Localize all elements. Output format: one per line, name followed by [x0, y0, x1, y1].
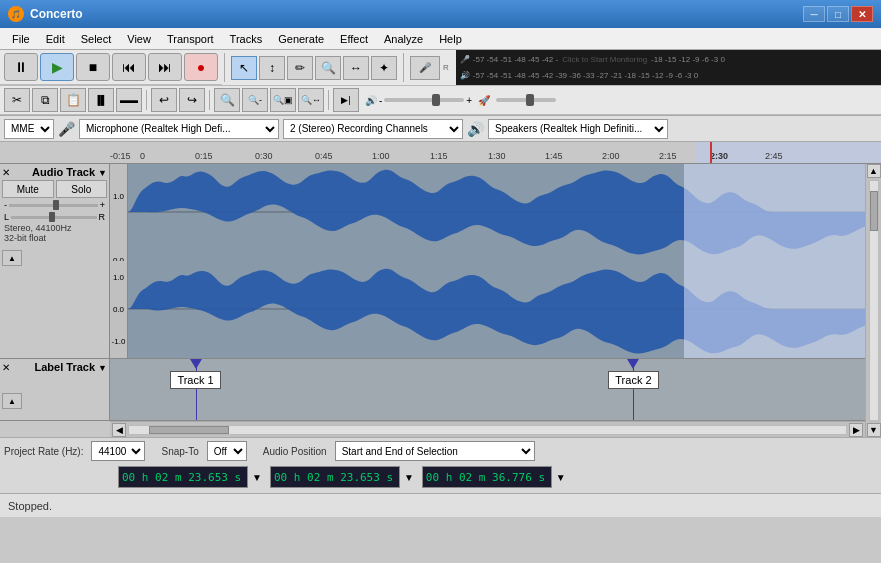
timeshift-tool[interactable]: ↔	[343, 56, 369, 80]
pan-left-label: L	[4, 212, 9, 222]
menu-view[interactable]: View	[119, 31, 159, 47]
waveform-selection	[684, 164, 865, 358]
select-tool[interactable]: ↖	[231, 56, 257, 80]
label-1-text[interactable]: Track 1	[170, 371, 220, 389]
close-button[interactable]: ✕	[851, 6, 873, 22]
ruler-marker: 0:45	[315, 151, 333, 161]
gain-slider[interactable]	[9, 204, 98, 207]
hscroll-thumb[interactable]	[149, 426, 229, 434]
menu-analyze[interactable]: Analyze	[376, 31, 431, 47]
audio-track-waveform[interactable]: 1.0 0.0 -1.0 1.0	[110, 164, 865, 358]
vscroll-thumb[interactable]	[870, 191, 878, 231]
ruler-marker: 2:45	[765, 151, 783, 161]
menu-generate[interactable]: Generate	[270, 31, 332, 47]
snap-to-label: Snap-To	[161, 446, 198, 457]
envelope-tool[interactable]: ↕	[259, 56, 285, 80]
copy-button[interactable]: ⧉	[32, 88, 58, 112]
menu-select[interactable]: Select	[73, 31, 120, 47]
api-select[interactable]: MME	[4, 119, 54, 139]
label-track: ✕ Label Track ▼ ▲ Track 1 Track 2	[0, 359, 865, 421]
ruler-marker: 0	[140, 151, 145, 161]
redo-button[interactable]: ↪	[179, 88, 205, 112]
menu-tracks[interactable]: Tracks	[222, 31, 271, 47]
pan-right-label: R	[99, 212, 106, 222]
prev-button[interactable]: ⏮	[112, 53, 146, 81]
draw-tool[interactable]: ✏	[287, 56, 313, 80]
speed-slider[interactable]	[496, 98, 556, 102]
vscroll-track[interactable]	[869, 180, 879, 421]
label-track-collapse[interactable]: ▲	[2, 393, 22, 409]
zoom-out-button[interactable]: 🔍-	[242, 88, 268, 112]
menu-transport[interactable]: Transport	[159, 31, 222, 47]
microphone-select[interactable]: Microphone (Realtek High Defi...	[79, 119, 279, 139]
bottom-row2: ▼ ▼ ▼	[0, 464, 881, 490]
meter-area: 🎤 -57 -54 -51 -48 -45 -42 - Click to Sta…	[456, 50, 881, 85]
zoom-in-button[interactable]: 🔍	[214, 88, 240, 112]
silence-button[interactable]: ▬▬	[116, 88, 142, 112]
snap-to-select[interactable]: Off	[207, 441, 247, 461]
pause-button[interactable]: ⏸	[4, 53, 38, 81]
track-area: ✕ Audio Track ▼ Mute Solo - +	[0, 164, 865, 437]
app-title: Concerto	[30, 7, 803, 21]
menu-file[interactable]: File	[4, 31, 38, 47]
cut-button[interactable]: ✂	[4, 88, 30, 112]
minimize-button[interactable]: ─	[803, 6, 825, 22]
audio-track-collapse[interactable]: ▲	[2, 250, 22, 266]
label-track-header: ✕ Label Track ▼ ▲	[0, 359, 110, 420]
timeline-ruler[interactable]: -0:15 0 0:15 0:30 0:45 1:00 1:15 1:30 1:…	[0, 142, 881, 164]
time-input-3[interactable]	[422, 466, 552, 488]
ruler-marker: 0:15	[195, 151, 213, 161]
time-input-2[interactable]	[270, 466, 400, 488]
label-1-pin	[190, 359, 202, 369]
menu-help[interactable]: Help	[431, 31, 470, 47]
vscroll-up-button[interactable]: ▲	[867, 164, 881, 178]
maximize-button[interactable]: □	[827, 6, 849, 22]
statusbar: Stopped.	[0, 493, 881, 517]
zoom-sel-button[interactable]: 🔍▣	[270, 88, 296, 112]
ruler-marker: 0:30	[255, 151, 273, 161]
zoom-fit-button[interactable]: 🔍↔	[298, 88, 324, 112]
label-2-text[interactable]: Track 2	[608, 371, 658, 389]
paste-button[interactable]: 📋	[60, 88, 86, 112]
play-cursor-button[interactable]: ▶|	[333, 88, 359, 112]
time-input-3-arrow[interactable]: ▼	[556, 472, 566, 483]
label-1[interactable]: Track 1	[170, 359, 220, 420]
audio-track-name: Audio Track ▼	[32, 166, 107, 178]
zoom-in-tool[interactable]: 🔍	[315, 56, 341, 80]
label-2[interactable]: Track 2	[608, 359, 658, 420]
audio-track-close[interactable]: ✕	[2, 167, 10, 178]
speaker-select[interactable]: Speakers (Realtek High Definiti...	[488, 119, 668, 139]
volume-slider[interactable]	[384, 98, 464, 102]
menu-edit[interactable]: Edit	[38, 31, 73, 47]
ruler-marker: 2:15	[659, 151, 677, 161]
mute-button[interactable]: Mute	[2, 180, 54, 198]
ruler-marker: 1:15	[430, 151, 448, 161]
pan-slider[interactable]	[11, 216, 96, 219]
stop-button[interactable]: ■	[76, 53, 110, 81]
channels-select[interactable]: 2 (Stereo) Recording Channels	[283, 119, 463, 139]
selection-type-select[interactable]: Start and End of Selection	[335, 441, 535, 461]
label-track-close[interactable]: ✕	[2, 362, 10, 373]
scroll-right-button[interactable]: ▶	[849, 423, 863, 437]
record-meter-button[interactable]: 🎤	[410, 56, 440, 80]
record-button[interactable]: ●	[184, 53, 218, 81]
label-track-waveform[interactable]: Track 1 Track 2	[110, 359, 865, 420]
time-input-2-arrow[interactable]: ▼	[404, 472, 414, 483]
app-icon: 🎵	[8, 6, 24, 22]
play-button[interactable]: ▶	[40, 53, 74, 81]
ruler-marker: -0:15	[110, 151, 131, 161]
menu-effect[interactable]: Effect	[332, 31, 376, 47]
project-rate-select[interactable]: 44100	[91, 441, 145, 461]
scroll-left-button[interactable]: ◀	[112, 423, 126, 437]
time-input-1[interactable]	[118, 466, 248, 488]
vscroll-down-button[interactable]: ▼	[867, 423, 881, 437]
hscroll-track[interactable]	[128, 425, 847, 435]
multi-tool[interactable]: ✦	[371, 56, 397, 80]
undo-button[interactable]: ↩	[151, 88, 177, 112]
trim-button[interactable]: ▐▌	[88, 88, 114, 112]
next-button[interactable]: ⏭	[148, 53, 182, 81]
time-input-1-arrow[interactable]: ▼	[252, 472, 262, 483]
solo-button[interactable]: Solo	[56, 180, 108, 198]
main-area: ✕ Audio Track ▼ Mute Solo - +	[0, 164, 881, 437]
bottom-row1: Project Rate (Hz): 44100 Snap-To Off Aud…	[0, 438, 881, 464]
